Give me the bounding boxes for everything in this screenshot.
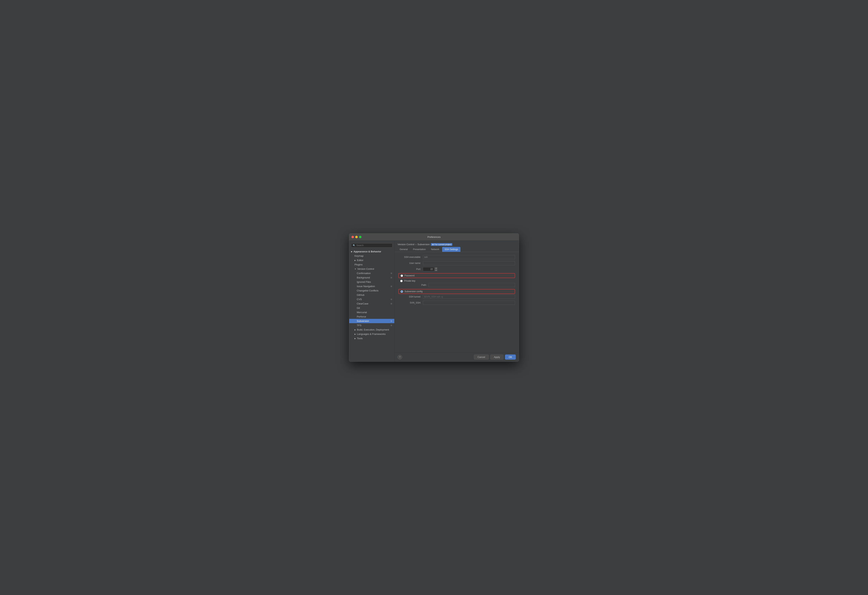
sidebar-item-issue-navigation[interactable]: Issue Navigation ⊞ [349,284,394,289]
svn-ssh-row: SVN_SSH: [398,301,515,305]
svn-ssh-label: SVN_SSH: [398,302,423,304]
private-key-radio[interactable] [400,280,403,282]
tab-ssh-settings[interactable]: SSH Settings [442,247,461,252]
sidebar-item-perforce[interactable]: Perforce [349,315,394,319]
breadcrumb: Version Control › Subversion 🖥 For curre… [394,241,519,247]
ssh-executable-row: SSH executable: [398,255,515,259]
sidebar-item-subversion[interactable]: Subversion ⊞ [349,319,394,323]
sidebar-item-github[interactable]: GitHub [349,293,394,297]
chevron-down-icon: ▼ [354,268,356,270]
breadcrumb-current: Subversion [418,243,430,246]
main-panel: Version Control › Subversion 🖥 For curre… [394,241,519,361]
sidebar-item-appearance-behavior[interactable]: ▶ Appearance & Behavior [349,249,394,254]
sidebar: 🔍 ▶ Appearance & Behavior Keymap ▶ Edito… [349,241,394,361]
search-input[interactable] [356,244,391,247]
breadcrumb-separator: › [415,243,416,246]
badge-icon: ⊞ [391,285,392,287]
minimize-button[interactable] [355,236,358,238]
badge-icon: ⊞ [391,324,392,326]
chevron-right-icon: ▶ [354,333,356,335]
cancel-button[interactable]: Cancel [474,355,489,359]
port-increment-button[interactable]: ▲ [435,267,437,269]
username-label: User name: [398,262,423,265]
footer-buttons: Cancel Apply OK [474,355,516,359]
sidebar-item-confirmation[interactable]: Confirmation ⊞ [349,271,394,275]
ssh-tunnel-label: SSH tunnel: [398,295,423,298]
apply-button[interactable]: Apply [490,355,504,359]
badge-icon: ⊞ [391,298,392,300]
ok-button[interactable]: OK [505,355,516,359]
sidebar-item-mercurial[interactable]: Mercurial [349,310,394,315]
password-radio-row: Password [398,273,515,278]
port-row: Port: ▲ ▼ [398,267,515,271]
username-input[interactable] [423,261,515,265]
badge-icon: ⊞ [391,272,392,274]
private-key-label: Private key [404,280,415,282]
sidebar-item-plugins[interactable]: Plugins [349,262,394,267]
tab-presentation[interactable]: Presentation [410,247,428,252]
panel-content: SSH executable: User name: Port: ▲ ▼ [394,252,519,352]
sidebar-item-tools[interactable]: ▶ Tools [349,336,394,340]
sidebar-item-clearcase[interactable]: ClearCase ⊞ [349,302,394,306]
port-decrement-button[interactable]: ▼ [435,270,437,271]
badge-icon: ⊞ [391,277,392,278]
password-radio[interactable] [400,274,403,277]
port-label: Port: [398,268,423,271]
chevron-right-icon: ▶ [354,337,356,339]
content-area: 🔍 ▶ Appearance & Behavior Keymap ▶ Edito… [349,241,519,361]
port-input[interactable] [423,267,434,271]
ssh-executable-label: SSH executable: [398,256,423,258]
help-button[interactable]: ? [397,355,402,359]
footer: ? Cancel Apply OK [394,352,519,361]
traffic-lights [351,236,362,238]
sidebar-item-version-control[interactable]: ▼ Version Control [349,267,394,271]
sidebar-item-git[interactable]: Git [349,306,394,310]
password-label: Password [404,274,415,277]
maximize-button[interactable] [359,236,362,238]
sidebar-item-background[interactable]: Background ⊞ [349,275,394,280]
subversion-config-label: Subversion config [404,290,422,293]
tab-network[interactable]: Network [428,247,442,252]
project-badge: 🖥 For current project [431,243,452,246]
chevron-right-icon: ▶ [354,329,356,331]
badge-icon: ⊞ [391,320,392,322]
subversion-config-row: Subversion config [398,289,515,294]
path-row: Path: [398,283,515,287]
sidebar-item-changelist-conflicts[interactable]: Changelist Conflicts [349,289,394,293]
svn-ssh-input[interactable] [423,301,515,305]
titlebar: Preferences [349,234,519,241]
sidebar-item-keymap[interactable]: Keymap [349,254,394,258]
ssh-tunnel-input[interactable] [423,295,515,299]
private-key-radio-row: Private key [398,279,515,283]
window-title: Preferences [427,236,441,239]
username-row: User name: [398,261,515,265]
badge-icon: ⊞ [391,303,392,305]
sidebar-item-build-execution-deployment[interactable]: ▶ Build, Execution, Deployment [349,327,394,332]
path-input[interactable] [428,283,515,287]
sidebar-item-ignored-files[interactable]: Ignored Files [349,280,394,284]
preferences-window: Preferences 🔍 ▶ Appearance & Behavior Ke… [349,233,519,362]
sidebar-item-tfs[interactable]: TFS ⊞ [349,323,394,327]
path-label: Path: [404,284,428,286]
chevron-right-icon: ▶ [354,259,356,261]
close-button[interactable] [351,236,354,238]
project-icon: 🖥 [432,243,434,246]
breadcrumb-prefix: Version Control [397,243,414,246]
sidebar-item-languages-frameworks[interactable]: ▶ Languages & Frameworks [349,332,394,336]
subversion-config-radio[interactable] [400,290,403,293]
sidebar-item-cvs[interactable]: CVS ⊞ [349,297,394,302]
tab-general[interactable]: General [397,247,410,252]
search-box[interactable]: 🔍 [351,243,393,247]
port-input-wrap: ▲ ▼ [423,267,437,271]
chevron-right-icon: ▶ [351,251,353,253]
ssh-tunnel-row: SSH tunnel: [398,295,515,299]
sidebar-item-editor[interactable]: ▶ Editor [349,258,394,262]
ssh-executable-input[interactable] [423,255,515,259]
search-icon: 🔍 [353,244,356,247]
tabs: General Presentation Network SSH Setting… [394,247,519,252]
port-spinner: ▲ ▼ [435,267,437,271]
